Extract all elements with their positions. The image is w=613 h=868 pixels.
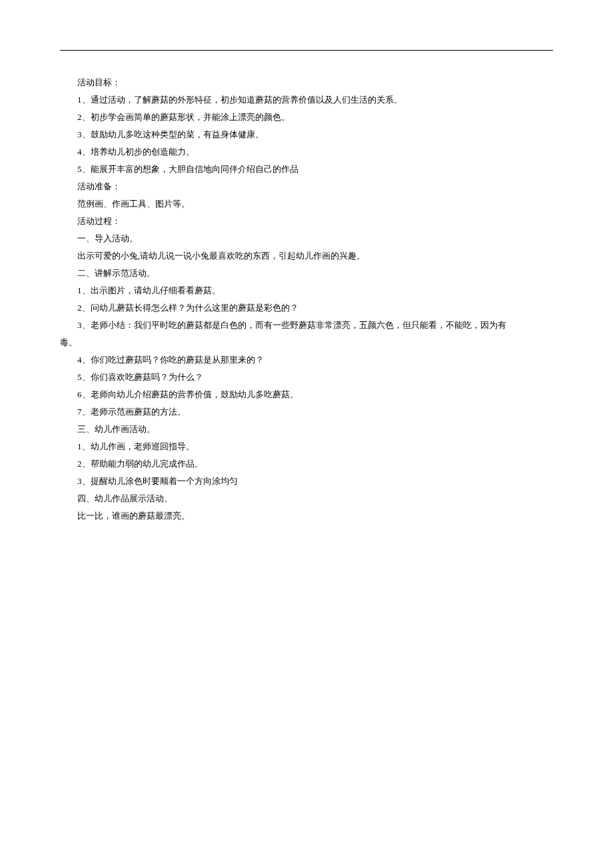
text-line: 2、帮助能力弱的幼儿完成作品。 [60, 455, 553, 473]
text-line: 比一比，谁画的蘑菇最漂亮。 [60, 507, 553, 525]
text-line: 2、初步学会画简单的蘑菇形状，并能涂上漂亮的颜色。 [60, 109, 553, 126]
text-line: 毒。 [60, 334, 553, 351]
text-line: 1、出示图片，请幼儿仔细看看蘑菇。 [60, 282, 553, 299]
text-line: 6、老师向幼儿介绍蘑菇的营养价值，鼓励幼儿多吃蘑菇。 [60, 386, 553, 403]
text-line: 5、你们喜欢吃蘑菇吗？为什么？ [60, 369, 553, 386]
document-content: 活动目标： 1、通过活动，了解蘑菇的外形特征，初步知道蘑菇的营养价值以及人们生活… [60, 74, 553, 525]
text-line: 出示可爱的小兔,请幼儿说一说小兔最喜欢吃的东西，引起幼儿作画的兴趣。 [60, 247, 553, 265]
text-line: 一、导入活动。 [60, 230, 553, 247]
text-line: 活动目标： [60, 74, 553, 91]
text-line: 四、幼儿作品展示活动。 [60, 490, 553, 507]
text-line: 5、能展开丰富的想象，大胆自信地向同伴介绍自己的作品 [60, 161, 553, 178]
document-page: 活动目标： 1、通过活动，了解蘑菇的外形特征，初步知道蘑菇的营养价值以及人们生活… [0, 0, 613, 525]
text-line: 3、鼓励幼儿多吃这种类型的菜，有益身体健康。 [60, 126, 553, 143]
text-line: 三、幼儿作画活动。 [60, 421, 553, 438]
text-line: 2、问幼儿蘑菇长得怎么样？为什么这里的蘑菇是彩色的？ [60, 299, 553, 317]
text-line: 4、你们吃过蘑菇吗？你吃的蘑菇是从那里来的？ [60, 351, 553, 369]
text-line: 3、提醒幼儿涂色时要顺着一个方向涂均匀 [60, 473, 553, 490]
text-line: 7、老师示范画蘑菇的方法。 [60, 403, 553, 421]
text-line: 二、讲解示范活动。 [60, 265, 553, 282]
text-line: 1、通过活动，了解蘑菇的外形特征，初步知道蘑菇的营养价值以及人们生活的关系。 [60, 91, 553, 109]
text-line: 4、培养幼儿初步的创造能力。 [60, 143, 553, 161]
text-line: 3、老师小结：我们平时吃的蘑菇都是白色的，而有一些野蘑菇非常漂亮，五颜六色，但只… [60, 317, 553, 334]
text-line: 范例画、作画工具、图片等。 [60, 195, 553, 213]
top-divider [60, 50, 553, 51]
text-line: 活动过程： [60, 213, 553, 230]
text-line: 活动准备： [60, 178, 553, 195]
text-line: 1、幼儿作画，老师巡回指导。 [60, 438, 553, 455]
